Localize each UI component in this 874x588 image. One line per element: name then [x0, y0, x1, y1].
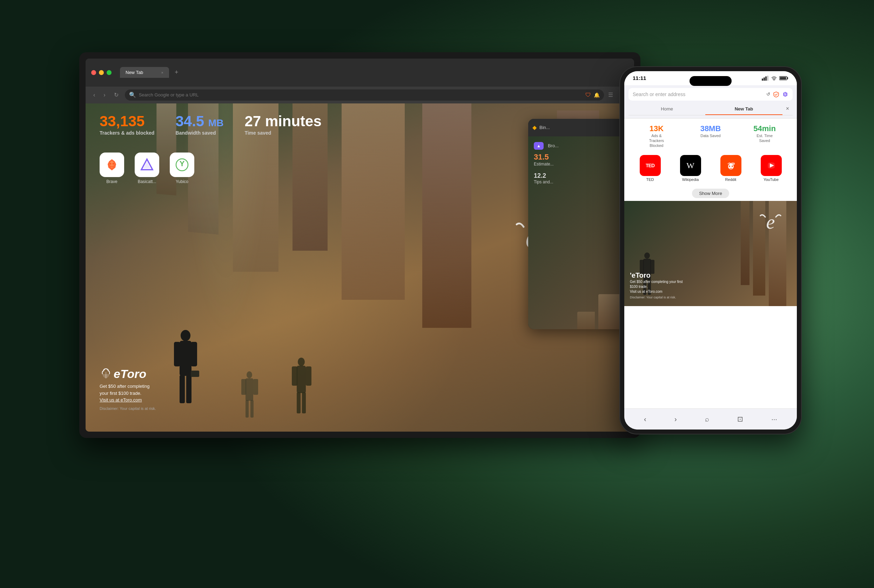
phone-tabs-btn[interactable]: ⊡ — [734, 412, 746, 426]
tablet-title: Bin... — [539, 125, 550, 130]
tablet-stat-label: Estimate... — [534, 162, 621, 166]
svg-point-0 — [110, 163, 111, 165]
phone-data-value: 38MB — [700, 124, 721, 133]
phone-back-btn[interactable]: ‹ — [641, 412, 649, 426]
new-tab-button[interactable]: + — [172, 68, 181, 78]
trackers-label: Trackers & ads blocked — [100, 130, 154, 136]
phone-reddit-icon[interactable]: Reddit — [720, 155, 742, 182]
phone-signals — [762, 76, 788, 81]
address-input[interactable] — [139, 92, 583, 98]
app-icons-row: Brave Basicatt... — [100, 153, 194, 184]
show-more-label: Show More — [699, 191, 722, 196]
svg-rect-24 — [245, 400, 249, 418]
svg-rect-28 — [765, 76, 767, 81]
svg-point-45 — [644, 252, 650, 259]
tablet-nav: ▲ Bro... — [534, 142, 621, 150]
etoro-disclaimer: Disclaimer: Your capital is at risk. — [100, 406, 156, 411]
phone-wikipedia-icon[interactable]: W Wikipedia — [680, 155, 701, 182]
svg-rect-29 — [767, 76, 769, 81]
tablet-content: ▲ Bro... 31.5 Estimate... 12.2 Tips and.… — [528, 136, 626, 329]
phone-show-more-section: Show More — [624, 186, 797, 201]
show-more-button[interactable]: Show More — [692, 189, 729, 198]
browser-chrome: New Tab × + — [86, 58, 634, 87]
back-button[interactable]: ‹ — [91, 90, 97, 100]
phone-ted-icon[interactable]: TED TED — [640, 155, 661, 182]
close-button[interactable] — [91, 70, 96, 75]
phone-brave-logo-icon: b — [782, 91, 788, 98]
yubico-svg: Y — [175, 158, 189, 172]
tab-close-btn[interactable]: × — [161, 70, 164, 75]
phone-data-label: Data Saved — [700, 133, 721, 138]
basicatt-icon-box — [135, 153, 159, 177]
minimize-button[interactable] — [99, 70, 104, 75]
maximize-button[interactable] — [107, 70, 111, 75]
svg-rect-8 — [180, 341, 192, 376]
svg-point-30 — [774, 80, 774, 81]
phone-stats-area: 13K Ads & Trackers Blocked 38MB Data Sav… — [624, 118, 797, 151]
phone-reload-icon[interactable]: ↺ — [766, 92, 770, 97]
svg-rect-21 — [245, 378, 253, 401]
etoro-link[interactable]: Visit us at eToro.com — [100, 397, 142, 402]
reddit-alien-icon — [725, 159, 737, 171]
active-tab[interactable]: New Tab × — [120, 67, 169, 78]
tablet-tips: 12.2 Tips and... — [534, 172, 621, 184]
phone-etoro-disclaimer: Disclaimer: Your capital is at risk. — [630, 296, 686, 299]
brave-lion-svg — [105, 158, 119, 172]
svg-point-41 — [733, 163, 734, 165]
refresh-button[interactable]: ↻ — [112, 90, 121, 100]
main-figure — [170, 328, 201, 411]
svg-text:b: b — [784, 92, 786, 96]
svg-rect-26 — [762, 78, 763, 81]
address-bar[interactable]: 🔍 🛡 🔔 — [125, 89, 604, 100]
youtube-play-icon — [765, 159, 777, 171]
svg-rect-27 — [763, 78, 765, 81]
etoro-bull-icon — [100, 368, 112, 380]
phone-data-stat: 38MB Data Saved — [700, 124, 721, 148]
phone-address-bar[interactable]: Search or enter address ↺ b — [629, 88, 793, 100]
wikipedia-label: Wikipedia — [682, 177, 699, 182]
phone-etoro-e-svg: e — [758, 212, 783, 236]
reddit-label: Reddit — [725, 177, 736, 182]
phone-tab-newtab[interactable]: New Tab — [705, 104, 782, 115]
tab-list-icon[interactable]: ☰ — [608, 92, 613, 98]
yubico-app-icon[interactable]: Y Yubico — [170, 153, 194, 184]
trackers-value: 33,135 — [100, 114, 154, 129]
reddit-icon-box — [720, 155, 742, 176]
phone-forward-btn[interactable]: › — [672, 412, 680, 426]
phone-tab-home[interactable]: Home — [629, 104, 705, 115]
svg-rect-22 — [241, 379, 246, 395]
tablet-stats: 31.5 Estimate... — [534, 153, 621, 166]
phone-etoro-logo: 'eToro — [630, 272, 686, 279]
etoro-wordmark: eToro — [114, 367, 146, 381]
phone-screen: 11:11 — [624, 71, 797, 429]
tablet-subtitle: Bro... — [548, 143, 559, 148]
tablet-header: ◆ Bin... — [528, 119, 626, 136]
svg-point-20 — [246, 371, 252, 378]
tablet-device: ◆ Bin... ▲ Bro... 31.5 Estimate... 12.2 … — [528, 119, 626, 329]
brave-shield-icon: 🛡 — [586, 92, 591, 98]
phone-etoro-mark: e — [758, 212, 783, 240]
wifi-icon — [771, 76, 777, 81]
svg-rect-17 — [306, 366, 311, 386]
svg-rect-10 — [191, 342, 197, 366]
svg-rect-13 — [191, 370, 199, 377]
svg-rect-33 — [780, 77, 786, 79]
bandwidth-label: Bandwidth saved — [175, 130, 224, 136]
youtube-icon-box — [761, 155, 782, 176]
ted-icon-label: TED — [646, 163, 655, 168]
stats-area: 33,135 Trackers & ads blocked 34.5 MB Ba… — [100, 114, 321, 136]
phone-close-tab-btn[interactable]: × — [782, 104, 793, 115]
figure-3-svg — [240, 370, 259, 420]
wikipedia-icon-label: W — [686, 161, 694, 170]
phone-search-btn[interactable]: ⌕ — [702, 412, 712, 426]
brave-icon-box — [100, 153, 124, 177]
trackers-stat: 33,135 Trackers & ads blocked — [100, 114, 154, 136]
forward-button[interactable]: › — [101, 90, 107, 100]
phone-etoro-tagline: Get $50 after completing your first $100… — [630, 279, 686, 294]
phone-youtube-icon[interactable]: YouTube — [761, 155, 782, 182]
brave-app-icon[interactable]: Brave — [100, 153, 124, 184]
youtube-label: YouTube — [763, 177, 779, 182]
basicatt-app-icon[interactable]: Basicatt... — [135, 153, 159, 184]
figure-3 — [240, 370, 259, 421]
phone-more-btn[interactable]: ··· — [769, 412, 780, 426]
